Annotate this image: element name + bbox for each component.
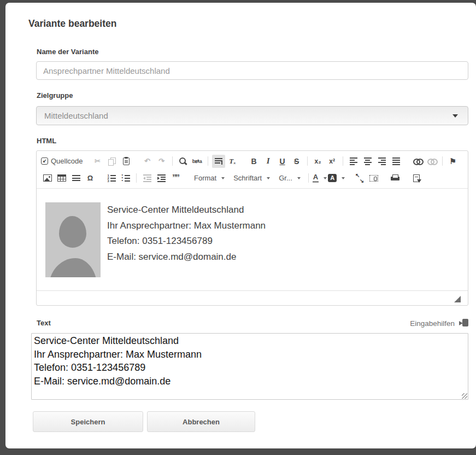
editor-text-line: Service-Center Mitteldeutschland bbox=[107, 202, 266, 218]
size-combo[interactable]: Gr... bbox=[275, 172, 304, 185]
bold-icon: B bbox=[251, 158, 256, 165]
select-arrow-icon bbox=[453, 114, 458, 118]
textarea-resize-handle[interactable] bbox=[462, 393, 467, 399]
align-left-button[interactable] bbox=[347, 155, 360, 168]
unlink-icon bbox=[427, 159, 436, 164]
insert-template-icon bbox=[459, 319, 468, 328]
undo-icon: ↶ bbox=[144, 158, 150, 165]
editor-text-line: E-Mail: service.md@domain.de bbox=[107, 249, 266, 265]
editor-content-area[interactable]: Service-Center Mitteldeutschland Ihr Ans… bbox=[37, 189, 468, 290]
cut-icon: ✂ bbox=[95, 158, 101, 165]
source-button[interactable]: Quellcode bbox=[41, 155, 83, 168]
save-button[interactable]: Speichern bbox=[33, 411, 143, 432]
align-justify-button[interactable] bbox=[390, 155, 403, 168]
zielgruppe-select[interactable]: Mitteldeutschland bbox=[36, 106, 468, 125]
italic-icon: I bbox=[267, 157, 270, 165]
italic-button[interactable]: I bbox=[262, 155, 275, 168]
caret-down-icon bbox=[342, 177, 345, 179]
templates-button[interactable] bbox=[410, 172, 423, 185]
select-all-icon bbox=[215, 158, 222, 165]
paste-button[interactable] bbox=[120, 155, 133, 168]
text-color-button[interactable]: A bbox=[313, 172, 327, 185]
cut-button[interactable]: ✂ bbox=[91, 155, 104, 168]
copy-button[interactable] bbox=[105, 155, 119, 168]
html-label: HTML bbox=[37, 137, 468, 145]
align-right-button[interactable] bbox=[375, 155, 389, 168]
cancel-button[interactable]: Abbrechen bbox=[147, 411, 255, 432]
redo-button[interactable]: ↷ bbox=[155, 155, 168, 168]
eingabehilfen-label: Eingabehilfen bbox=[410, 319, 455, 328]
outdent-icon bbox=[143, 174, 151, 182]
show-blocks-button[interactable] bbox=[367, 172, 380, 185]
ordered-list-button[interactable] bbox=[105, 172, 118, 185]
omega-icon: Ω bbox=[87, 174, 93, 182]
variant-name-input[interactable] bbox=[36, 61, 468, 80]
align-left-icon bbox=[350, 158, 357, 165]
text-textarea[interactable]: Service-Center Mitteldeutschland Ihr Ans… bbox=[31, 333, 468, 400]
toolbar-separator bbox=[208, 156, 208, 166]
ordered-list-icon bbox=[108, 174, 116, 182]
eingabehilfen-link[interactable]: Eingabehilfen bbox=[410, 319, 468, 328]
variant-name-label: Name der Variante bbox=[37, 48, 468, 56]
contact-photo-placeholder[interactable] bbox=[45, 202, 101, 277]
show-blocks-icon bbox=[369, 175, 378, 182]
toolbar-separator bbox=[307, 156, 308, 166]
font-combo[interactable]: Schriftart bbox=[230, 172, 274, 185]
unlink-button[interactable] bbox=[425, 155, 438, 168]
caret-down-icon bbox=[267, 177, 270, 179]
replace-icon: b⇄a bbox=[192, 159, 202, 164]
unordered-list-button[interactable] bbox=[119, 172, 132, 185]
templates-icon bbox=[413, 174, 420, 182]
indent-icon bbox=[157, 174, 166, 182]
print-button[interactable] bbox=[389, 172, 402, 185]
subscript-button[interactable]: x₂ bbox=[312, 155, 325, 168]
remove-format-button[interactable]: Tₓ bbox=[226, 155, 239, 168]
image-icon bbox=[43, 174, 52, 182]
image-button[interactable] bbox=[41, 172, 54, 185]
blockquote-button[interactable]: ”” bbox=[169, 172, 182, 185]
print-icon bbox=[391, 174, 399, 182]
bg-color-icon: A bbox=[328, 174, 337, 182]
table-button[interactable] bbox=[55, 172, 68, 185]
bold-button[interactable]: B bbox=[248, 155, 261, 168]
undo-button[interactable]: ↶ bbox=[141, 155, 154, 168]
source-code-icon bbox=[41, 158, 48, 165]
format-combo[interactable]: Format bbox=[190, 172, 228, 185]
html-richtext-editor: Quellcode✂↶↷b⇄aTₓBIUSx₂x²⚑ Ω””FormatSchr… bbox=[36, 150, 468, 306]
underline-button[interactable]: U bbox=[276, 155, 289, 168]
align-center-button[interactable] bbox=[361, 155, 374, 168]
search-button[interactable] bbox=[177, 155, 190, 168]
subscript-icon: x₂ bbox=[315, 158, 321, 165]
underline-icon: U bbox=[279, 158, 285, 165]
superscript-icon: x² bbox=[329, 158, 335, 165]
caret-down-icon bbox=[297, 177, 301, 179]
link-button[interactable] bbox=[411, 155, 424, 168]
outdent-button[interactable] bbox=[140, 172, 154, 185]
maximize-button[interactable] bbox=[353, 172, 366, 185]
zielgruppe-label: Zielgruppe bbox=[37, 92, 468, 100]
strikethrough-button[interactable]: S bbox=[290, 155, 303, 168]
horizontal-rule-icon bbox=[72, 175, 80, 182]
maximize-icon bbox=[356, 174, 363, 182]
select-all-button[interactable] bbox=[212, 155, 225, 168]
edit-variant-dialog: Variante bearbeiten Name der Variante Zi… bbox=[5, 3, 476, 448]
horizontal-rule-button[interactable] bbox=[69, 172, 83, 185]
toolbar-separator bbox=[442, 156, 443, 166]
strikethrough-icon: S bbox=[294, 158, 299, 165]
unordered-list-icon bbox=[122, 174, 130, 182]
editor-resize-handle[interactable] bbox=[454, 296, 461, 302]
special-char-button[interactable]: Ω bbox=[84, 172, 97, 185]
align-right-icon bbox=[378, 158, 386, 165]
toolbar-row-1: Quellcode✂↶↷b⇄aTₓBIUSx₂x²⚑ bbox=[40, 153, 464, 170]
size-combo-label: Gr... bbox=[279, 174, 292, 182]
anchor-button[interactable]: ⚑ bbox=[446, 155, 460, 168]
table-icon bbox=[57, 174, 66, 182]
indent-button[interactable] bbox=[155, 172, 168, 185]
align-justify-icon bbox=[392, 158, 400, 165]
editor-text-line: Telefon: 0351-123456789 bbox=[107, 234, 266, 249]
replace-button[interactable]: b⇄a bbox=[191, 155, 204, 168]
superscript-button[interactable]: x² bbox=[326, 155, 339, 168]
source-button-label: Quellcode bbox=[51, 157, 83, 165]
zielgruppe-selected-value: Mitteldeutschland bbox=[44, 111, 108, 120]
bg-color-button[interactable]: A bbox=[328, 172, 345, 185]
